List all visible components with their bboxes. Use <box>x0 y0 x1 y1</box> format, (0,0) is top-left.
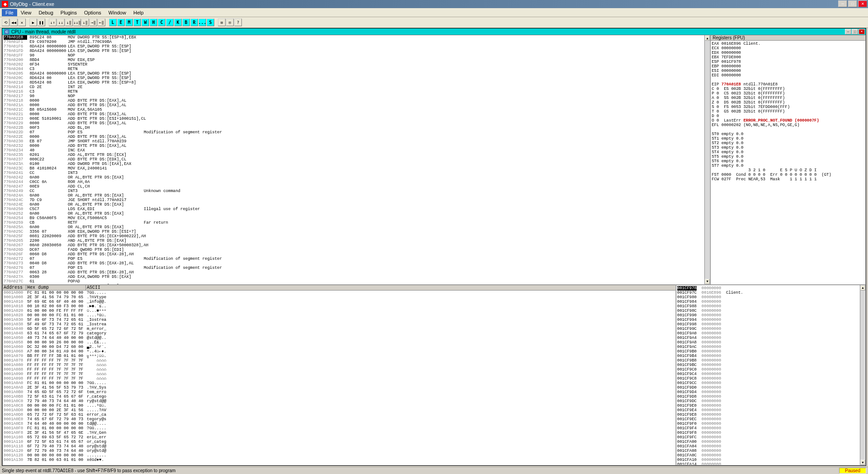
menu-view[interactable]: View <box>17 9 35 16</box>
tb-letter-9[interactable]: B <box>182 19 190 26</box>
menu-help[interactable]: Help <box>130 9 147 16</box>
tb-end-2[interactable]: ? <box>234 19 242 26</box>
tb-nav-2[interactable]: ✕ <box>18 19 26 26</box>
tb-letter-10[interactable]: R <box>190 19 198 26</box>
tb-dbg-1[interactable]: ❚❚ <box>38 19 45 26</box>
tb-letter-3[interactable]: T <box>133 19 141 26</box>
close-button[interactable]: ✕ <box>858 0 867 7</box>
minimize-button[interactable]: ─ <box>838 0 847 7</box>
tb-letter-4[interactable]: W <box>142 19 149 26</box>
tb-letter-11[interactable]: ... <box>198 19 206 26</box>
tb-letter-8[interactable]: K <box>174 19 182 26</box>
tb-end-0[interactable]: ⊞ <box>218 19 226 26</box>
tb-nav-0[interactable]: ⟲ <box>2 19 9 26</box>
tb-step-6[interactable]: ←‖ <box>98 19 105 26</box>
menu-debug[interactable]: Debug <box>35 9 57 16</box>
app-icon: ◆ <box>2 1 8 7</box>
tb-step-4[interactable]: ↓‖ <box>81 19 89 26</box>
tb-step-1[interactable]: ↓↓ <box>57 19 65 26</box>
tb-letter-5[interactable]: H <box>150 19 157 26</box>
tb-letter-0[interactable]: L <box>109 19 117 26</box>
tb-letter-6[interactable]: C <box>158 19 165 26</box>
maximize-button[interactable]: □ <box>848 0 857 7</box>
tb-letter-12[interactable]: S <box>207 19 214 26</box>
tb-step-5[interactable]: →‖ <box>90 19 97 26</box>
tb-letter-2[interactable]: M <box>125 19 133 26</box>
tb-letter-7[interactable]: / <box>166 19 174 26</box>
tb-nav-1[interactable]: ◀◀ <box>10 19 18 26</box>
menu-plugins[interactable]: Plugins <box>57 9 80 16</box>
tb-letter-1[interactable]: E <box>117 19 125 26</box>
toolbar: ⟲◀◀✕▶❚❚↓↑↓↓↓‖↓↓‖↓‖→‖←‖LEMTWHC/KBR...S⊞⊡? <box>0 17 868 28</box>
tb-dbg-0[interactable]: ▶ <box>29 19 37 26</box>
menu-bar: FileViewDebugPluginsOptionsWindowHelp <box>0 8 868 17</box>
tb-step-2[interactable]: ↓‖ <box>65 19 73 26</box>
window-title: OllyDbg - Client.exe <box>10 1 54 7</box>
menu-options[interactable]: Options <box>80 9 105 16</box>
tb-end-1[interactable]: ⊡ <box>226 19 234 26</box>
tb-step-0[interactable]: ↓↑ <box>49 19 57 26</box>
window-title-bar: ◆ OllyDbg - Client.exe ─ □ ✕ <box>0 0 868 8</box>
tb-step-3[interactable]: ↓↓‖ <box>73 19 81 26</box>
menu-window[interactable]: Window <box>105 9 130 16</box>
menu-file[interactable]: File <box>2 9 17 16</box>
